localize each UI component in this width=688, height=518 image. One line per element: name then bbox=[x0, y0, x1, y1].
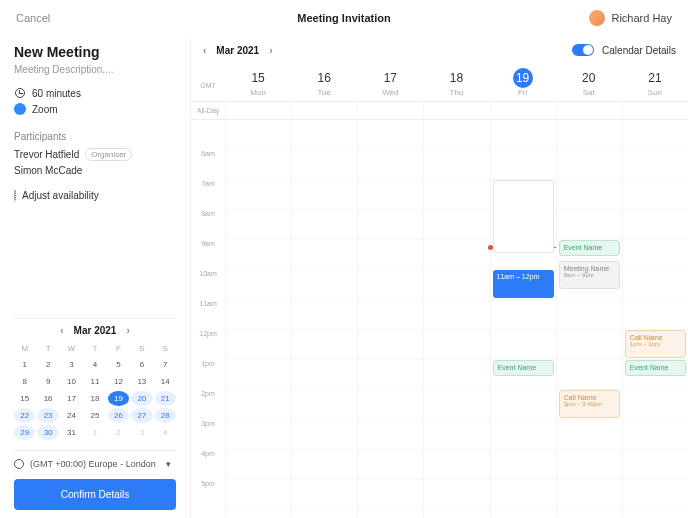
mini-cal-day[interactable]: 3 bbox=[61, 357, 82, 372]
event-time: 3pm – 3.45pm bbox=[564, 401, 615, 407]
mini-cal-day[interactable]: 12 bbox=[108, 374, 129, 389]
mini-cal-dow: T bbox=[84, 342, 105, 355]
day-header[interactable]: 16Tue bbox=[291, 64, 357, 101]
mini-cal-day[interactable]: 3 bbox=[131, 425, 152, 440]
time-label: 9am bbox=[191, 240, 225, 270]
mini-cal-dow: M bbox=[14, 342, 35, 355]
calendar-event[interactable] bbox=[493, 180, 554, 253]
time-label: 12pm bbox=[191, 330, 225, 360]
calendar-event[interactable]: Event Name bbox=[625, 360, 686, 376]
participant: Simon McCade bbox=[14, 165, 176, 176]
confirm-details-button[interactable]: Confirm Details bbox=[14, 479, 176, 510]
mini-cal-day[interactable]: 13 bbox=[131, 374, 152, 389]
mini-cal-day[interactable]: 6 bbox=[131, 357, 152, 372]
mini-cal-day[interactable]: 26 bbox=[108, 408, 129, 423]
mini-cal-day[interactable]: 27 bbox=[131, 408, 152, 423]
mini-cal-day[interactable]: 1 bbox=[84, 425, 105, 440]
user-chip[interactable]: Richard Hay bbox=[589, 10, 672, 26]
mini-cal-prev[interactable]: ‹ bbox=[60, 325, 63, 336]
mini-cal-day[interactable]: 19 bbox=[108, 391, 129, 406]
cal-prev-week[interactable]: ‹ bbox=[203, 45, 206, 56]
calendar-event[interactable]: Event Name bbox=[559, 240, 620, 256]
event-title: Event Name bbox=[498, 364, 549, 371]
timezone-label: (GMT +00:00) Europe - London bbox=[30, 459, 156, 469]
day-of-week: Sun bbox=[622, 88, 688, 97]
mini-cal-day[interactable]: 31 bbox=[61, 425, 82, 440]
mini-cal-day[interactable]: 17 bbox=[61, 391, 82, 406]
day-column[interactable]: Call Name1pm – 2pmEvent Name bbox=[622, 120, 688, 518]
page-title: Meeting Invitation bbox=[297, 12, 391, 24]
mini-cal-day[interactable]: 5 bbox=[108, 357, 129, 372]
day-column[interactable] bbox=[357, 120, 423, 518]
mini-cal-day[interactable]: 29 bbox=[14, 425, 35, 440]
time-label: 7am bbox=[191, 180, 225, 210]
mini-cal-day[interactable]: 28 bbox=[155, 408, 176, 423]
cal-next-week[interactable]: › bbox=[269, 45, 272, 56]
mini-cal-day[interactable]: 22 bbox=[14, 408, 35, 423]
time-label: 8am bbox=[191, 210, 225, 240]
mini-cal-day[interactable]: 10 bbox=[61, 374, 82, 389]
mini-cal-day[interactable]: 14 bbox=[155, 374, 176, 389]
mini-cal-day[interactable]: 18 bbox=[84, 391, 105, 406]
clock-icon bbox=[14, 87, 26, 99]
mini-cal-day[interactable]: 4 bbox=[84, 357, 105, 372]
day-of-week: Wed bbox=[357, 88, 423, 97]
calendar-event[interactable]: Call Name1pm – 2pm bbox=[625, 330, 686, 358]
mini-cal-day[interactable]: 11 bbox=[84, 374, 105, 389]
mini-cal-day[interactable]: 16 bbox=[37, 391, 58, 406]
mini-cal-day[interactable]: 2 bbox=[108, 425, 129, 440]
mini-cal-dow: F bbox=[108, 342, 129, 355]
time-label: 10am bbox=[191, 270, 225, 300]
calendar-event[interactable]: 11am – 12pm bbox=[493, 270, 554, 298]
day-number: 17 bbox=[380, 68, 400, 88]
day-number: 15 bbox=[248, 68, 268, 88]
calendar-details-toggle[interactable] bbox=[572, 44, 594, 56]
day-header[interactable]: 18Thu bbox=[423, 64, 489, 101]
meeting-description[interactable]: Meeting Description.... bbox=[14, 64, 176, 75]
mini-cal-day[interactable]: 23 bbox=[37, 408, 58, 423]
calendar-details-label: Calendar Details bbox=[602, 45, 676, 56]
cancel-button[interactable]: Cancel bbox=[16, 12, 50, 24]
day-column[interactable]: Event NameMeeting Name8am – 9pmCall Name… bbox=[556, 120, 622, 518]
participant-name: Trevor Hatfield bbox=[14, 149, 79, 160]
time-label: 2pm bbox=[191, 390, 225, 420]
day-header[interactable]: 17Wed bbox=[357, 64, 423, 101]
calendar-event[interactable]: Meeting Name8am – 9pm bbox=[559, 261, 620, 289]
calendar-event[interactable]: Event Name bbox=[493, 360, 554, 376]
mini-cal-dow: W bbox=[61, 342, 82, 355]
mini-cal-day[interactable]: 24 bbox=[61, 408, 82, 423]
mini-cal-dow: T bbox=[37, 342, 58, 355]
gear-icon bbox=[14, 190, 16, 201]
mini-cal-dow: S bbox=[155, 342, 176, 355]
mini-cal-day[interactable]: 15 bbox=[14, 391, 35, 406]
day-column[interactable] bbox=[225, 120, 291, 518]
mini-cal-day[interactable]: 21 bbox=[155, 391, 176, 406]
mini-cal-day[interactable]: 25 bbox=[84, 408, 105, 423]
chevron-down-icon: ▾ bbox=[166, 459, 171, 469]
event-title: Call Name bbox=[630, 334, 681, 341]
adjust-availability-button[interactable]: Adjust availability bbox=[14, 190, 176, 201]
user-name: Richard Hay bbox=[611, 12, 672, 24]
calendar-event[interactable]: Call Name3pm – 3.45pm bbox=[559, 390, 620, 418]
mini-cal-day[interactable]: 2 bbox=[37, 357, 58, 372]
mini-cal-day[interactable]: 7 bbox=[155, 357, 176, 372]
timezone-selector[interactable]: (GMT +00:00) Europe - London ▾ bbox=[14, 450, 176, 469]
day-number: 16 bbox=[314, 68, 334, 88]
mini-cal-next[interactable]: › bbox=[126, 325, 129, 336]
mini-cal-day[interactable]: 1 bbox=[14, 357, 35, 372]
event-title: Event Name bbox=[564, 244, 615, 251]
organiser-badge: Organiser bbox=[85, 148, 132, 161]
day-of-week: Sat bbox=[556, 88, 622, 97]
day-header[interactable]: 21Sun bbox=[622, 64, 688, 101]
mini-cal-day[interactable]: 20 bbox=[131, 391, 152, 406]
mini-cal-day[interactable]: 8 bbox=[14, 374, 35, 389]
day-header[interactable]: 19Fri bbox=[490, 64, 556, 101]
mini-cal-day[interactable]: 30 bbox=[37, 425, 58, 440]
mini-cal-day[interactable]: 9 bbox=[37, 374, 58, 389]
day-column[interactable] bbox=[423, 120, 489, 518]
mini-cal-day[interactable]: 4 bbox=[155, 425, 176, 440]
day-header[interactable]: 20Sat bbox=[556, 64, 622, 101]
day-header[interactable]: 15Mon bbox=[225, 64, 291, 101]
day-column[interactable]: 11am – 12pmEvent Name bbox=[490, 120, 556, 518]
day-column[interactable] bbox=[291, 120, 357, 518]
